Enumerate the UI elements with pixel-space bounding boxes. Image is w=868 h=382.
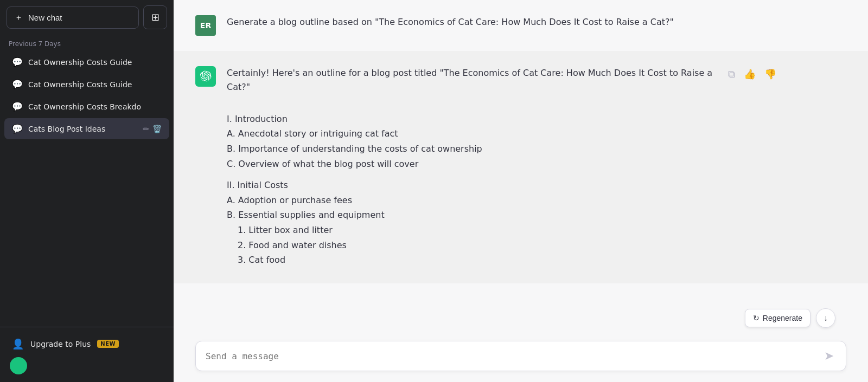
copy-icon[interactable]: ⧉	[726, 67, 737, 81]
chat-area: ER Generate a blog outline based on "The…	[174, 0, 868, 334]
outline-section-2: II. Initial Costs A. Adoption or purchas…	[227, 178, 715, 267]
send-button[interactable]: ➤	[822, 349, 836, 363]
message-input[interactable]	[206, 351, 822, 361]
previous-days-label: Previous 7 Days	[0, 35, 174, 51]
user-icon: 👤	[12, 338, 24, 349]
chat-icon: 💬	[12, 124, 23, 134]
user-initials: ER	[200, 21, 211, 30]
sidebar-item-4[interactable]: 💬 Cats Blog Post Ideas ✏️ 🗑️	[4, 118, 169, 139]
user-avatar: ER	[195, 15, 216, 36]
sidebar-item-label-4: Cats Blog Post Ideas	[28, 125, 137, 133]
regenerate-button[interactable]: ↻ Regenerate	[745, 309, 810, 327]
assistant-message-content: Certainly! Here's an outline for a blog …	[227, 66, 715, 268]
new-badge: NEW	[97, 340, 119, 348]
upgrade-to-plus-button[interactable]: 👤 Upgrade to Plus NEW	[4, 333, 169, 355]
sidebar-header: ＋ New chat ⊞	[0, 0, 174, 35]
outline-item-4: II. Initial Costs	[227, 178, 715, 192]
input-area: ↻ Regenerate ↓ ➤	[174, 334, 868, 382]
outline-item-5: A. Adoption or purchase fees	[227, 193, 715, 208]
outline-item-1: A. Anecdotal story or intriguing cat fac…	[227, 127, 715, 141]
scroll-down-button[interactable]: ↓	[816, 308, 835, 328]
chevron-down-icon: ↓	[824, 313, 828, 323]
sidebar-item-label-3: Cat Ownership Costs Breakdo	[28, 102, 162, 111]
outline-item-3: C. Overview of what the blog post will c…	[227, 157, 715, 171]
outline-section-1: I. Introduction A. Anecdotal story or in…	[227, 112, 715, 171]
layout-icon: ⊞	[151, 11, 159, 23]
send-icon: ➤	[824, 349, 834, 363]
sidebar: ＋ New chat ⊞ Previous 7 Days 💬 Cat Owner…	[0, 0, 174, 382]
plus-icon: ＋	[15, 12, 23, 23]
assistant-avatar	[195, 66, 216, 87]
sidebar-item-label-2: Cat Ownership Costs Guide	[28, 80, 162, 89]
sidebar-item-1[interactable]: 💬 Cat Ownership Costs Guide	[4, 51, 169, 73]
green-status-dot	[10, 357, 27, 374]
upgrade-label: Upgrade to Plus	[30, 340, 91, 348]
thumbs-down-icon[interactable]: 👎	[762, 67, 778, 81]
sidebar-item-label-1: Cat Ownership Costs Guide	[28, 58, 162, 67]
delete-icon[interactable]: 🗑️	[152, 125, 162, 133]
outline-item-6: B. Essential supplies and equipment	[227, 208, 715, 222]
chat-icon: 💬	[12, 57, 23, 67]
outline-item-9: 3. Cat food	[227, 253, 715, 267]
edit-icon[interactable]: ✏️	[143, 125, 149, 133]
user-message-content: Generate a blog outline based on "The Ec…	[227, 15, 715, 34]
thumbs-up-icon[interactable]: 👍	[742, 67, 758, 81]
new-chat-button[interactable]: ＋ New chat	[7, 7, 139, 29]
chatgpt-logo-icon	[200, 70, 212, 82]
sidebar-item-2[interactable]: 💬 Cat Ownership Costs Guide	[4, 74, 169, 95]
chat-icon: 💬	[12, 101, 23, 112]
message-actions: ⧉ 👍 👎	[726, 66, 778, 81]
sidebar-footer: 👤 Upgrade to Plus NEW	[0, 327, 174, 382]
refresh-icon: ↻	[753, 314, 760, 322]
sidebar-item-3[interactable]: 💬 Cat Ownership Costs Breakdo	[4, 96, 169, 117]
outline-item-2: B. Importance of understanding the costs…	[227, 142, 715, 156]
assistant-message-row: Certainly! Here's an outline for a blog …	[174, 51, 868, 283]
assistant-intro-text: Certainly! Here's an outline for a blog …	[227, 66, 715, 94]
main-content: ER Generate a blog outline based on "The…	[174, 0, 868, 382]
user-message-row: ER Generate a blog outline based on "The…	[174, 0, 868, 51]
outline-item-0: I. Introduction	[227, 112, 715, 126]
item-actions: ✏️ 🗑️	[143, 125, 162, 133]
input-container: ➤	[195, 341, 846, 371]
floating-buttons: ↻ Regenerate ↓	[745, 308, 835, 328]
outline-item-8: 2. Food and water dishes	[227, 238, 715, 252]
regenerate-label: Regenerate	[763, 314, 802, 322]
outline-item-7: 1. Litter box and litter	[227, 223, 715, 237]
user-message-text: Generate a blog outline based on "The Ec…	[227, 15, 715, 29]
chat-icon: 💬	[12, 79, 23, 89]
sidebar-toggle-button[interactable]: ⊞	[143, 5, 167, 29]
new-chat-label: New chat	[28, 13, 62, 22]
